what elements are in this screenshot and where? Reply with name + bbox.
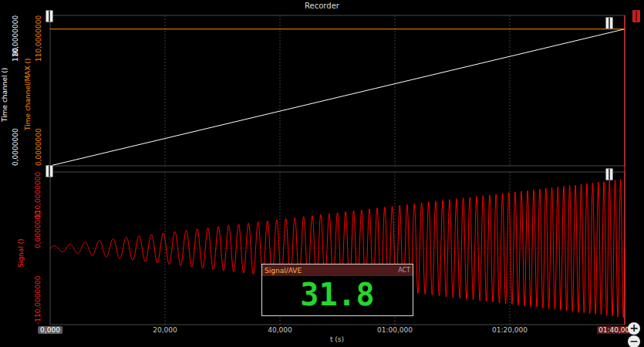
axis-range-handle-top-left[interactable]: [46, 10, 53, 22]
zoom-in-button[interactable]: +: [628, 322, 640, 335]
signal-ave-meter[interactable]: Signal/AVE ACT 31.8: [261, 264, 413, 316]
y-axis-tick: 0,0000000: [35, 128, 42, 166]
meter-header: Signal/AVE ACT: [262, 264, 413, 276]
meter-value: 31.8: [262, 276, 413, 313]
meter-channel-label: Signal/AVE: [265, 267, 302, 275]
y-axis-tick: 110,0000000: [35, 15, 42, 62]
cursor-handle-top-right[interactable]: [632, 10, 640, 22]
y-axis-name: Signal (): [17, 238, 25, 268]
y-axis-tick: 0,0000000: [12, 128, 19, 166]
zoom-out-button[interactable]: −: [628, 335, 640, 347]
y-axis-tick: 110,0000000: [12, 15, 19, 62]
x-axis-tick: 01:00,000: [377, 326, 413, 334]
x-axis-tick: 01:20,000: [492, 326, 528, 334]
x-axis-tick: 40,000: [268, 326, 292, 334]
axis-range-handle-top-right[interactable]: [605, 17, 613, 29]
meter-mode-badge: ACT: [398, 267, 410, 274]
y-axis-tick: -110,0000000: [34, 276, 42, 325]
axis-range-handle-bottom-right[interactable]: [605, 168, 613, 180]
x-axis-scroll-handle[interactable]: 0,000: [38, 326, 62, 334]
y-axis-tick: 110,0000000: [34, 172, 42, 218]
series-time-channel: [50, 29, 625, 166]
y-axis-name: Time channel (): [1, 68, 8, 122]
y-axis-name: Time channel/MAX (): [24, 58, 32, 130]
recorder-widget: Recorder Time channel ()0,000000080110,0…: [0, 0, 644, 347]
x-axis-tick: 20,000: [153, 326, 177, 334]
x-axis-title: t (s): [330, 335, 344, 343]
chart-border: [50, 15, 625, 166]
axis-range-handle-bottom-left[interactable]: [46, 165, 53, 177]
